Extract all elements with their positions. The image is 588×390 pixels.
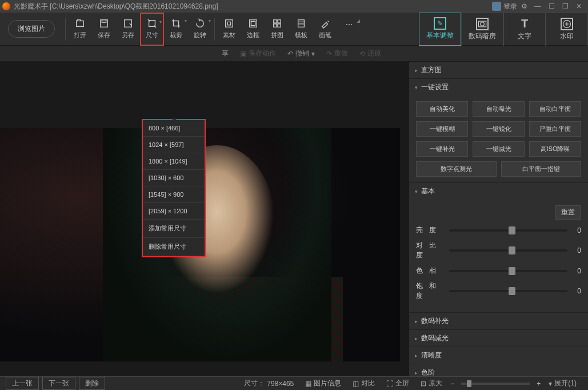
- svg-point-14: [481, 22, 485, 26]
- save-as-icon: [123, 18, 133, 29]
- prev-image-button[interactable]: 上一张: [6, 377, 39, 390]
- browse-images-button[interactable]: 浏览图片: [8, 20, 55, 38]
- maximize-button[interactable]: ☐: [545, 2, 558, 10]
- next-image-button[interactable]: 下一张: [42, 377, 75, 390]
- spot-meter-button[interactable]: 数字点测光: [416, 161, 497, 177]
- close-button[interactable]: ✕: [572, 2, 586, 10]
- size-option[interactable]: [2059] × 1200: [143, 203, 205, 220]
- template-button[interactable]: 模板: [289, 13, 313, 46]
- svg-rect-9: [278, 20, 281, 23]
- brush-button[interactable]: 画笔: [313, 13, 337, 46]
- collage-icon: [272, 18, 282, 29]
- wb-onekey-button[interactable]: 白平衡一指键: [501, 161, 582, 177]
- window-title: 光影魔术手 [C:\Users\xzwh\Desktop\QQ截图2016102…: [14, 2, 218, 11]
- chevron-down-icon: ▾: [159, 19, 162, 25]
- svg-rect-10: [274, 24, 277, 27]
- image-size-label: 尺寸：798×465: [244, 379, 294, 388]
- tab-darkroom[interactable]: 数码暗房: [461, 13, 503, 46]
- material-button[interactable]: 素材: [217, 13, 241, 46]
- rotate-icon: [195, 18, 205, 29]
- border-icon: [248, 18, 258, 29]
- crop-icon: [171, 18, 181, 29]
- size-option[interactable]: 1800 × [1049]: [143, 153, 205, 170]
- undo-button[interactable]: ↶ 撤销 ▾: [287, 49, 315, 58]
- open-button[interactable]: 打开: [68, 13, 92, 46]
- svg-rect-8: [274, 20, 277, 23]
- fullscreen-button[interactable]: ⛶ 全屏: [386, 379, 409, 388]
- size-option[interactable]: 1024 × [597]: [143, 137, 205, 153]
- template-icon: [296, 18, 306, 29]
- section-reduce-light[interactable]: ▸数码减光: [409, 330, 588, 347]
- svg-rect-2: [102, 20, 106, 23]
- size-button[interactable]: 尺寸▾: [140, 13, 164, 46]
- oneclick-sharpen-button[interactable]: 一键锐化: [473, 121, 525, 137]
- auto-wb-button[interactable]: 自动白平衡: [529, 101, 581, 117]
- section-histogram[interactable]: ▸直方图: [409, 62, 588, 78]
- high-iso-denoise-button[interactable]: 高ISO降噪: [529, 141, 581, 157]
- settings-icon[interactable]: ⚙: [517, 2, 531, 10]
- svg-rect-5: [226, 20, 233, 27]
- basic-adjust-icon: ✎: [434, 17, 446, 30]
- secondary-toolbar: 享 ▣ 保存动作 ↶ 撤销 ▾ ↷ 重做 ⟲ 还原: [0, 46, 588, 62]
- tab-text[interactable]: T文字: [503, 13, 546, 46]
- brightness-slider[interactable]: [449, 229, 567, 232]
- original-size-button[interactable]: ⊡ 原大: [421, 379, 442, 388]
- zoom-slider[interactable]: [461, 383, 530, 385]
- tab-watermark[interactable]: 水印: [546, 13, 588, 46]
- revert-button[interactable]: ⟲ 还原: [359, 49, 381, 58]
- more-icon: ⋯: [344, 19, 354, 30]
- saturation-slider[interactable]: [449, 290, 567, 292]
- svg-rect-0: [77, 21, 84, 27]
- oneclick-blur-button[interactable]: 一键模糊: [416, 121, 468, 137]
- save-button[interactable]: 保存: [92, 13, 116, 46]
- save-as-button[interactable]: 另存: [116, 13, 140, 46]
- svg-rect-6: [250, 20, 257, 27]
- login-link[interactable]: 登录: [503, 2, 517, 11]
- redo-button[interactable]: ↷ 重做: [326, 49, 348, 58]
- rotate-button[interactable]: 旋转▾: [188, 13, 212, 46]
- brush-icon: [320, 18, 330, 29]
- restore-button[interactable]: ❐: [558, 2, 572, 10]
- auto-beautify-button[interactable]: 自动美化: [416, 101, 468, 117]
- main-toolbar: 浏览图片 打开 保存 另存 尺寸▾ 裁剪▾ 旋转▾ 素材 边框 拼图 模板 画笔…: [0, 13, 588, 46]
- section-oneclick[interactable]: ▾一键设置: [409, 79, 588, 95]
- section-basic[interactable]: ▾基本: [409, 183, 588, 200]
- delete-image-button[interactable]: 删除: [79, 377, 105, 390]
- canvas-area[interactable]: 800 × [466] 1024 × [597] 1800 × [1049] […: [0, 62, 409, 388]
- expand-panel-button[interactable]: ▾ 展开(1): [549, 379, 577, 388]
- size-option[interactable]: [1545] × 900: [143, 186, 205, 203]
- collage-button[interactable]: 拼图: [265, 13, 289, 46]
- hue-slider[interactable]: [449, 270, 567, 272]
- text-icon: T: [518, 18, 531, 30]
- section-fill-light[interactable]: ▸数码补光: [409, 313, 588, 329]
- adjustments-panel: ▸直方图 ▾一键设置 自动美化 自动曝光 自动白平衡 一键模糊 一键锐化 严重白…: [409, 62, 588, 388]
- share-button[interactable]: 享: [222, 49, 229, 58]
- crop-button[interactable]: 裁剪▾: [164, 13, 188, 46]
- tab-basic-adjust[interactable]: ✎基本调整: [419, 13, 461, 46]
- delete-custom-size[interactable]: 删除常用尺寸: [143, 238, 205, 256]
- size-option[interactable]: [1030] × 600: [143, 170, 205, 186]
- svg-rect-7: [251, 21, 255, 25]
- svg-rect-3: [125, 20, 132, 27]
- save-icon: [99, 18, 109, 29]
- section-clarity[interactable]: ▸清晰度: [409, 347, 588, 364]
- minimize-button[interactable]: —: [531, 2, 545, 10]
- border-button[interactable]: 边框: [241, 13, 265, 46]
- open-icon: [75, 18, 85, 29]
- compare-button[interactable]: ◫ 对比: [353, 379, 375, 388]
- darkroom-icon: [476, 18, 489, 30]
- strict-wb-button[interactable]: 严重白平衡: [529, 121, 581, 137]
- add-custom-size[interactable]: 添加常用尺寸: [143, 220, 205, 238]
- save-action-button[interactable]: ▣ 保存动作: [240, 49, 276, 58]
- contrast-slider[interactable]: [449, 249, 567, 252]
- fill-light-button[interactable]: 一键补光: [416, 141, 468, 157]
- login-avatar-icon[interactable]: [492, 2, 501, 11]
- reset-button[interactable]: 重置: [555, 205, 581, 220]
- reduce-light-button[interactable]: 一键减光: [473, 141, 525, 157]
- brightness-slider-row: 亮 度 0: [416, 225, 581, 235]
- auto-exposure-button[interactable]: 自动曝光: [473, 101, 525, 117]
- size-option[interactable]: 800 × [466]: [143, 120, 205, 137]
- image-info-button[interactable]: ▦ 图片信息: [305, 379, 341, 388]
- svg-rect-11: [278, 24, 281, 27]
- more-button[interactable]: ⋯ ◢: [337, 13, 361, 46]
